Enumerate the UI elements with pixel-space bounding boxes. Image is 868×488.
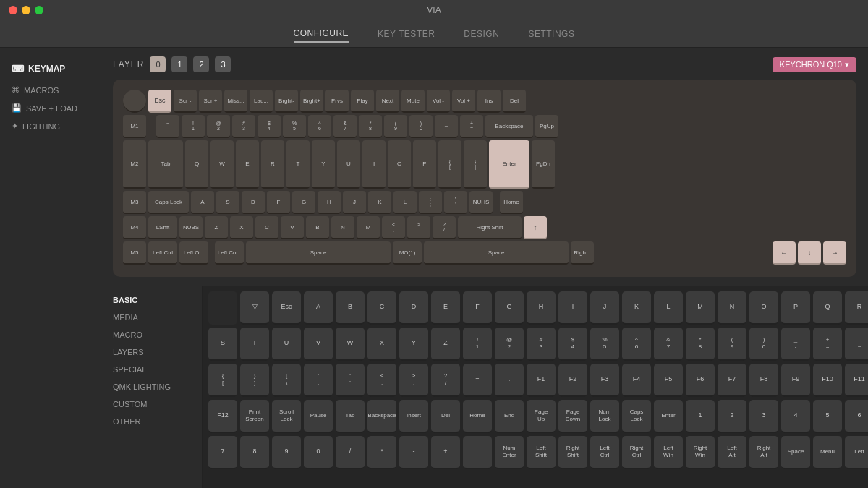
grid-key-n8[interactable]: 8 [240, 436, 269, 469]
key-3[interactable]: #3 [232, 115, 255, 138]
key-m1[interactable]: M1 [123, 115, 146, 138]
key-home[interactable]: Home [500, 191, 523, 214]
key-brght-minus[interactable]: Brght- [275, 90, 298, 113]
grid-key-dquote[interactable]: "' [336, 364, 365, 397]
minimize-button[interactable] [22, 6, 30, 14]
grid-key-u[interactable]: U [272, 328, 301, 361]
bottom-nav-special[interactable]: SPECIAL [101, 361, 202, 378]
key-semicolon[interactable]: :; [419, 191, 442, 214]
grid-key-amp[interactable]: &7 [654, 328, 683, 361]
grid-key-f4[interactable]: F4 [622, 364, 651, 397]
grid-key-f7[interactable]: F7 [718, 364, 746, 397]
key-4[interactable]: $4 [258, 115, 281, 138]
grid-key-gt[interactable]: >. [399, 364, 428, 397]
grid-key-ralt-g5[interactable]: RightAlt [749, 436, 778, 469]
grid-key-ast[interactable]: *8 [686, 328, 715, 361]
key-backspace[interactable]: Backspace [485, 115, 533, 138]
grid-key-dol[interactable]: $4 [558, 328, 587, 361]
grid-key-n5[interactable]: 5 [813, 400, 842, 433]
grid-key-del-g4[interactable]: Del [431, 400, 460, 433]
key-c[interactable]: C [255, 216, 278, 239]
key-y[interactable]: Y [312, 140, 335, 189]
grid-key-n2[interactable]: 2 [718, 400, 746, 433]
key-pgup[interactable]: PgUp [535, 115, 558, 138]
key-t[interactable]: T [286, 140, 310, 189]
grid-key-h[interactable]: H [527, 291, 556, 325]
layer-btn-0[interactable]: 0 [150, 56, 166, 72]
grid-key-capslock[interactable]: CapsLock [622, 400, 651, 433]
key-8[interactable]: *8 [359, 115, 382, 138]
grid-key-v[interactable]: V [304, 328, 333, 361]
grid-key-caret[interactable]: ^6 [622, 328, 651, 361]
grid-key-ins-g4[interactable]: Insert [399, 400, 428, 433]
grid-key-f10[interactable]: F10 [813, 364, 842, 397]
grid-key-f12[interactable]: F12 [208, 400, 237, 433]
key-e[interactable]: E [236, 140, 259, 189]
key-knob[interactable] [123, 90, 146, 113]
grid-key-trns[interactable]: ▽ [240, 291, 269, 325]
grid-key-esc[interactable]: Esc [272, 291, 301, 325]
bottom-nav-layers[interactable]: LAYERS [101, 343, 202, 361]
key-right[interactable]: → [823, 241, 846, 265]
nav-key-tester[interactable]: KEY TESTER [378, 26, 435, 42]
grid-key-excl[interactable]: !1 [463, 328, 492, 361]
grid-key-menu[interactable]: Menu [813, 436, 842, 469]
grid-key-f2[interactable]: F2 [558, 364, 587, 397]
key-9[interactable]: (9 [384, 115, 407, 138]
bottom-nav-qmk-lighting[interactable]: QMK LIGHTING [101, 378, 202, 395]
key-k[interactable]: K [368, 191, 391, 214]
key-o[interactable]: O [388, 140, 411, 189]
grid-key-left-g5[interactable]: Left [845, 436, 868, 469]
key-vol-minus[interactable]: Vol - [427, 90, 450, 113]
grid-key-plus[interactable]: += [813, 328, 842, 361]
grid-key-rshift-g5[interactable]: RightShift [558, 436, 587, 469]
key-m4[interactable]: M4 [123, 216, 146, 239]
grid-key-ndot[interactable]: . [463, 436, 492, 469]
key-2[interactable]: @2 [207, 115, 230, 138]
grid-key-pgdn-g4[interactable]: PageDown [558, 400, 587, 433]
key-left[interactable]: ← [773, 241, 796, 265]
grid-key-rctrl-g5[interactable]: RightCtrl [622, 436, 651, 469]
layer-btn-3[interactable]: 3 [215, 56, 231, 72]
grid-key-e[interactable]: E [431, 291, 460, 325]
key-lalt[interactable]: Left O... [179, 241, 208, 265]
key-b[interactable]: B [306, 216, 329, 239]
key-i[interactable]: I [362, 140, 386, 189]
key-launcher[interactable]: Lau... [250, 90, 273, 113]
grid-key-s[interactable]: S [208, 328, 237, 361]
grid-key-z[interactable]: Z [431, 328, 460, 361]
key-nubs[interactable]: NUBS [179, 216, 203, 239]
grid-key-x[interactable]: X [367, 328, 396, 361]
grid-key-nslash[interactable]: / [336, 436, 365, 469]
sidebar-save-load[interactable]: 💾 SAVE + LOAD [0, 99, 101, 117]
grid-key-scrlock[interactable]: ScrollLock [272, 400, 301, 433]
key-next[interactable]: Next [376, 90, 399, 113]
grid-key-nast[interactable]: * [367, 436, 396, 469]
nav-settings[interactable]: SETTINGS [528, 26, 574, 42]
grid-key-pgup-g4[interactable]: PageUp [527, 400, 556, 433]
grid-key-n7[interactable]: 7 [208, 436, 237, 469]
key-l[interactable]: L [393, 191, 417, 214]
key-down[interactable]: ↓ [798, 241, 821, 265]
key-ins[interactable]: Ins [477, 90, 501, 113]
key-scr-minus[interactable]: Scr - [174, 90, 197, 113]
grid-key-g[interactable]: G [495, 291, 524, 325]
key-esc[interactable]: Esc [148, 90, 171, 113]
grid-key-w[interactable]: W [336, 328, 365, 361]
grid-key-f9[interactable]: F9 [781, 364, 810, 397]
grid-key-d[interactable]: D [399, 291, 428, 325]
close-button[interactable] [9, 6, 17, 14]
key-caps[interactable]: Caps Lock [148, 191, 189, 214]
key-m2[interactable]: M2 [123, 140, 146, 189]
grid-key-pct[interactable]: %5 [590, 328, 619, 361]
key-lctrl[interactable]: Left Ctrl [148, 241, 177, 265]
grid-key-home-g4[interactable]: Home [463, 400, 492, 433]
key-mission[interactable]: Miss... [224, 90, 247, 113]
grid-key-hash[interactable]: #3 [527, 328, 556, 361]
grid-key-m[interactable]: M [686, 291, 715, 325]
grid-key-f1[interactable]: F1 [527, 364, 556, 397]
grid-key-f[interactable]: F [463, 291, 492, 325]
key-g[interactable]: G [292, 191, 315, 214]
grid-key-f11[interactable]: F11 [845, 364, 868, 397]
key-del-top[interactable]: Del [503, 90, 526, 113]
